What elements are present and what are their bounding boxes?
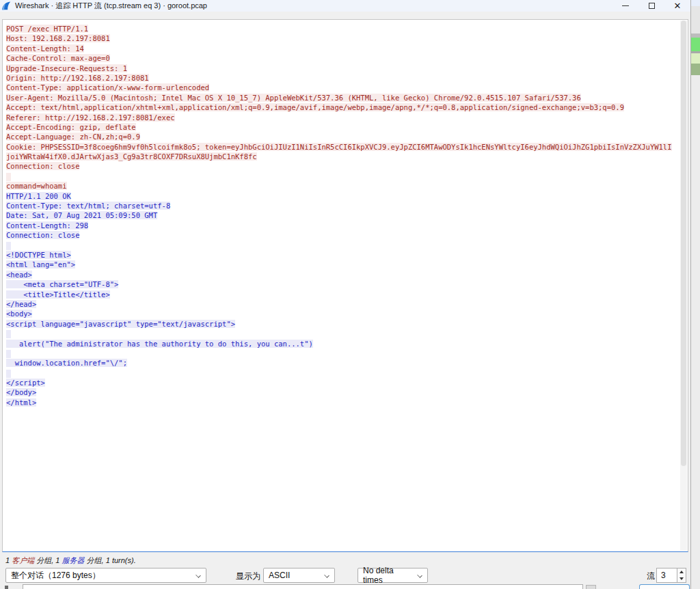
background-window-row bbox=[691, 64, 700, 75]
minimize-icon bbox=[622, 5, 629, 6]
stream-line: </script> bbox=[6, 378, 685, 387]
stream-line: </head> bbox=[6, 299, 685, 309]
chevron-down-icon bbox=[196, 573, 201, 578]
stream-line: Connection: close bbox=[6, 161, 685, 171]
close-icon: ✕ bbox=[674, 3, 682, 10]
conversation-select[interactable]: 整个对话（1276 bytes） bbox=[5, 568, 206, 583]
follow-stream-dialog: Wireshark · 追踪 HTTP 流 (tcp.stream eq 3) … bbox=[0, 0, 690, 589]
stream-line: Date: Sat, 07 Aug 2021 05:09:50 GMT bbox=[6, 210, 685, 220]
stream-line: Host: 192.168.2.197:8081 bbox=[6, 33, 685, 43]
stream-line bbox=[6, 241, 685, 250]
show-as-select-value: ASCII bbox=[269, 571, 290, 580]
stream-line: Content-Length: 298 bbox=[6, 221, 685, 230]
stream-number-input[interactable]: 3 bbox=[656, 568, 677, 583]
chevron-down-icon bbox=[324, 573, 329, 578]
stream-number-value: 3 bbox=[661, 571, 666, 580]
stepper-down-button[interactable] bbox=[677, 575, 686, 582]
stream-summary-status: 1 客户端 分组, 1 服务器 分组, 1 turn(s). bbox=[5, 556, 136, 566]
stream-line: </html> bbox=[6, 398, 685, 407]
wireshark-logo-icon bbox=[2, 1, 11, 10]
stream-line: <script language="javascript" type="text… bbox=[6, 319, 685, 329]
stream-line: command=whoami bbox=[6, 181, 685, 191]
stream-line bbox=[6, 348, 685, 358]
maximize-button[interactable] bbox=[641, 0, 662, 12]
stream-line bbox=[6, 172, 685, 181]
stream-line: alert("The administrator has the authori… bbox=[6, 339, 685, 348]
stream-line: Origin: http://192.168.2.197:8081 bbox=[6, 73, 685, 83]
window-title: Wireshark · 追踪 HTTP 流 (tcp.stream eq 3) … bbox=[15, 1, 207, 11]
background-window-row bbox=[691, 6, 700, 33]
status-text: 1 bbox=[55, 556, 62, 564]
conversation-select-value: 整个对话（1276 bytes） bbox=[11, 570, 100, 581]
stream-line: Cache-Control: max-age=0 bbox=[6, 53, 685, 63]
stream-content: POST /exec HTTP/1.1Host: 192.168.2.197:8… bbox=[3, 20, 688, 407]
screen: Wireshark · 追踪 HTTP 流 (tcp.stream eq 3) … bbox=[0, 0, 700, 589]
stream-line: Content-Type: application/x-www-form-url… bbox=[6, 83, 685, 92]
title-bar: Wireshark · 追踪 HTTP 流 (tcp.stream eq 3) … bbox=[0, 0, 690, 12]
background-window-row bbox=[691, 0, 700, 6]
stream-line: Connection: close bbox=[6, 230, 685, 240]
stream-line: <meta charset="UTF-8"> bbox=[6, 279, 685, 289]
stream-line: User-Agent: Mozilla/5.0 (Macintosh; Inte… bbox=[6, 93, 685, 102]
stream-line: Cookie: PHPSESSID=3f8coeg6hm9vf0h5lcoifm… bbox=[6, 142, 685, 152]
stream-line: Accept: text/html,application/xhtml+xml,… bbox=[6, 102, 685, 112]
close-button[interactable]: ✕ bbox=[667, 0, 688, 12]
stream-line bbox=[6, 368, 685, 378]
status-text: 1 turn(s). bbox=[106, 556, 136, 564]
scrollbar[interactable] bbox=[680, 20, 687, 551]
stream-line: <title>Title</title> bbox=[6, 290, 685, 299]
status-text: 分组, bbox=[34, 556, 55, 564]
delta-times-select-value: No delta times bbox=[363, 566, 412, 585]
stream-line: window.location.href="\/"; bbox=[6, 358, 685, 368]
background-window-row bbox=[691, 38, 700, 51]
stream-line: Upgrade-Insecure-Requests: 1 bbox=[6, 64, 685, 73]
stream-line: Referer: http://192.168.2.197:8081/exec bbox=[6, 113, 685, 122]
stream-line: <head> bbox=[6, 270, 685, 279]
stream-line: HTTP/1.1 200 OK bbox=[6, 191, 685, 201]
maximize-icon bbox=[649, 3, 655, 9]
arrow-up-icon bbox=[679, 571, 684, 573]
stream-line: POST /exec HTTP/1.1 bbox=[6, 24, 685, 33]
chevron-down-icon bbox=[417, 573, 422, 578]
status-server-count: 服务器 bbox=[62, 556, 85, 564]
scrollbar-thumb[interactable] bbox=[681, 20, 686, 466]
background-window-row bbox=[691, 53, 700, 64]
find-next-button[interactable] bbox=[639, 584, 690, 589]
find-label-cutoff bbox=[5, 586, 8, 589]
stream-line: Content-Length: 14 bbox=[6, 44, 685, 53]
find-option-cutoff[interactable] bbox=[586, 585, 596, 589]
stream-line: </body> bbox=[6, 387, 685, 397]
stream-number-stepper bbox=[677, 568, 686, 583]
stream-line: <body> bbox=[6, 309, 685, 318]
background-window-row bbox=[691, 75, 700, 589]
stream-line: Accept-Language: zh-CN,zh;q=0.9 bbox=[6, 132, 685, 141]
minimize-button[interactable] bbox=[615, 0, 636, 12]
arrow-down-icon bbox=[679, 577, 684, 580]
delta-times-select[interactable]: No delta times bbox=[358, 568, 428, 583]
stream-line bbox=[6, 329, 685, 338]
background-window-strip bbox=[690, 0, 700, 589]
stream-line: Content-Type: text/html; charset=utf-8 bbox=[6, 201, 685, 210]
status-text: 分组, bbox=[85, 556, 106, 564]
status-client-count: 客户端 bbox=[12, 556, 34, 564]
stream-line: Accept-Encoding: gzip, deflate bbox=[6, 122, 685, 132]
show-as-select[interactable]: ASCII bbox=[263, 568, 335, 583]
show-as-label: 显示为 bbox=[236, 571, 260, 582]
stepper-up-button[interactable] bbox=[677, 569, 686, 575]
stream-line: <html lang="en"> bbox=[6, 260, 685, 269]
find-input[interactable] bbox=[23, 584, 583, 589]
follow-stream-text-area[interactable]: POST /exec HTTP/1.1Host: 192.168.2.197:8… bbox=[2, 19, 688, 552]
stream-label: 流 bbox=[647, 571, 655, 582]
status-text: 1 bbox=[5, 556, 12, 564]
stream-line: joiYWRtaW4ifX0.dJArtwXjas3_Cg9a3tr8COXF7… bbox=[6, 152, 685, 161]
stream-line: <!DOCTYPE html> bbox=[6, 250, 685, 260]
